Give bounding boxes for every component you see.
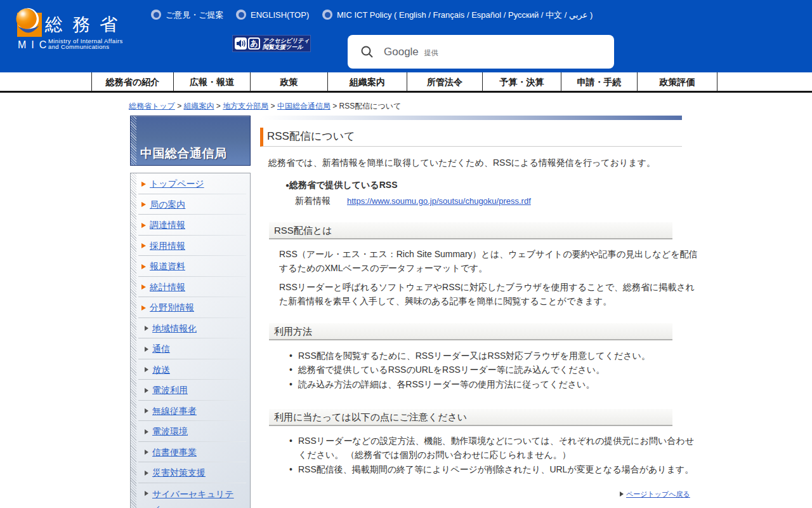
svg-text:MIC: MIC: [18, 39, 51, 50]
